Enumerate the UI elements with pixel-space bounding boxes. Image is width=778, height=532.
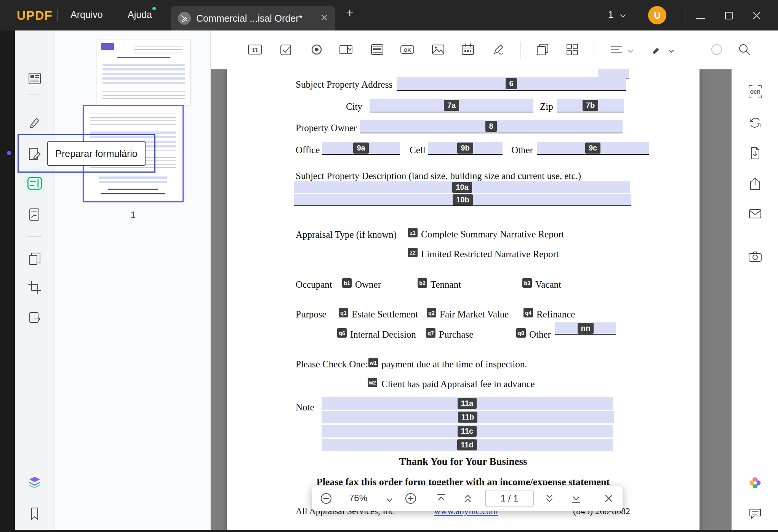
svg-text:OK: OK	[403, 47, 411, 53]
mail-icon[interactable]	[747, 205, 764, 222]
convert-export-icon[interactable]	[26, 310, 43, 327]
feedback-chat-icon[interactable]	[747, 505, 764, 522]
zoombar-divider	[592, 491, 592, 506]
list-box-tool[interactable]	[368, 40, 386, 59]
go-first-page-icon[interactable]	[435, 492, 448, 505]
fill-sign-icon[interactable]	[26, 206, 43, 223]
ocr-icon[interactable]: OCR	[747, 83, 764, 100]
text-field-tool[interactable]: TI	[246, 40, 264, 59]
window-left-edge	[0, 30, 15, 532]
user-avatar[interactable]: U	[648, 6, 666, 24]
form-tools-menu[interactable]	[648, 40, 666, 59]
annotate-icon[interactable]	[26, 115, 43, 131]
align-chevron-icon[interactable]	[628, 48, 633, 55]
zoom-level[interactable]: 76%	[344, 493, 372, 503]
search-icon[interactable]	[735, 40, 754, 59]
field-office[interactable]: 9a	[322, 142, 400, 155]
radio-button-tool[interactable]	[307, 40, 326, 59]
share-icon[interactable]	[747, 176, 764, 192]
checkbox-tag[interactable]: q6	[337, 328, 347, 338]
menu-arquivo[interactable]: Arquivo	[70, 9, 103, 20]
checkbox-tag[interactable]: q4	[523, 308, 533, 317]
label-check-one-a: payment due at the time of inspection.	[381, 359, 527, 370]
checkbox-tag[interactable]: z1	[408, 228, 418, 237]
checkbox-tag[interactable]: w1	[368, 358, 378, 367]
bookmarks-icon[interactable]	[26, 505, 43, 522]
signature-field-tool[interactable]	[490, 40, 508, 59]
field-tag: 6	[506, 78, 517, 89]
page-indicator[interactable]: 1 / 1	[485, 490, 534, 507]
zoom-chevron-down-icon[interactable]	[383, 494, 396, 507]
checkbox-tag[interactable]: b3	[522, 278, 532, 288]
convert-icon[interactable]	[747, 114, 764, 131]
align-fields-tool[interactable]	[607, 40, 626, 59]
field-other-phone[interactable]: 9c	[537, 142, 649, 155]
maximize-button[interactable]	[724, 11, 733, 22]
checkbox-tag[interactable]: q2	[427, 308, 436, 317]
date-field-tool[interactable]	[459, 40, 477, 59]
field-note-a[interactable]: 11a	[322, 397, 613, 410]
sidebar-divider-2	[27, 236, 42, 237]
duplicate-fields-tool[interactable]	[533, 40, 552, 59]
close-zoombar-icon[interactable]	[602, 492, 615, 505]
tools-chevron-icon[interactable]	[669, 48, 674, 55]
open-docs-count[interactable]: 1	[608, 9, 613, 20]
previous-page-icon[interactable]	[461, 492, 474, 505]
checkbox-tag[interactable]: w2	[368, 378, 377, 387]
thumb-fields	[102, 61, 185, 86]
field-description-a[interactable]: 10a	[294, 181, 630, 193]
document-viewport[interactable]: Subject Property Address 6 City 7a Zip 7…	[211, 69, 732, 530]
checkbox-tool[interactable]	[277, 40, 295, 59]
toolbar-divider	[520, 42, 521, 59]
compress-icon[interactable]	[747, 145, 764, 162]
field-city[interactable]: 7a	[370, 99, 533, 112]
field-property-owner[interactable]: 8	[360, 120, 623, 133]
field-note-d[interactable]: 11d	[322, 439, 613, 451]
checkbox-tag[interactable]: z2	[408, 248, 418, 257]
updf-ai-flower-icon[interactable]	[747, 474, 764, 491]
crop-pages-icon[interactable]	[26, 279, 43, 296]
tab-close-icon[interactable]	[320, 14, 328, 23]
dropdown-tool[interactable]	[337, 40, 355, 59]
go-last-page-icon[interactable]	[570, 492, 583, 505]
thumbnail-page-number: 1	[83, 210, 184, 220]
topbar-divider-2	[685, 10, 685, 21]
checkbox-tag[interactable]: b2	[418, 278, 427, 288]
docs-chevron-down-icon[interactable]	[620, 13, 626, 20]
field-note-b[interactable]: 11b	[322, 411, 614, 423]
organize-pages-icon[interactable]	[26, 250, 43, 267]
new-tab-button[interactable]: +	[346, 5, 354, 20]
checkbox-tag[interactable]: q7	[426, 328, 435, 338]
topbar-divider	[57, 10, 58, 21]
field-tag: 11d	[457, 439, 477, 450]
field-subject-property-address[interactable]: 6	[397, 77, 626, 91]
zoom-in-icon[interactable]	[404, 492, 417, 505]
field-description-b[interactable]: 10b	[294, 194, 631, 206]
document-tab[interactable]: Commercial ...isal Order*	[171, 6, 335, 30]
field-purpose-other[interactable]: nn	[555, 322, 616, 335]
prepare-form-icon[interactable]	[24, 173, 45, 194]
screenshot-camera-icon[interactable]	[747, 248, 764, 265]
checkbox-tag[interactable]: q1	[339, 308, 348, 317]
layers-icon[interactable]	[26, 474, 43, 491]
page-thumbnail-top[interactable]	[97, 40, 190, 105]
layout-grid-tool[interactable]	[563, 40, 581, 59]
image-field-tool[interactable]	[429, 40, 447, 59]
field-tag: 10b	[453, 194, 472, 205]
thumb-logo	[101, 43, 114, 50]
menu-ajuda[interactable]: Ajuda	[128, 9, 152, 20]
field-zip[interactable]: 7b	[557, 99, 624, 112]
zoom-out-icon[interactable]	[320, 492, 333, 505]
label-other-phone: Other	[511, 145, 533, 155]
page-thumbnails-icon[interactable]	[26, 70, 43, 87]
field-note-c[interactable]: 11c	[322, 425, 613, 437]
thank-you-line: Thank You for Your Business	[227, 456, 700, 468]
next-page-icon[interactable]	[543, 492, 556, 505]
push-button-tool[interactable]: OK	[398, 40, 416, 59]
title-bar: UPDF Arquivo Ajuda Commercial ...isal Or…	[0, 0, 778, 30]
field-cell[interactable]: 9b	[428, 142, 503, 155]
minimize-button[interactable]	[696, 14, 706, 21]
checkbox-tag[interactable]: q8	[516, 328, 526, 338]
checkbox-tag[interactable]: b1	[342, 278, 352, 288]
close-window-button[interactable]	[752, 11, 761, 22]
